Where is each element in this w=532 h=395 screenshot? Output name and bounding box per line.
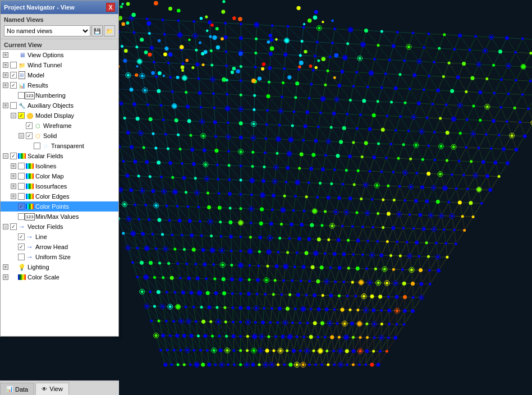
checkbox-model-display[interactable] bbox=[18, 112, 25, 119]
icon-model-display: 🟡 bbox=[25, 112, 34, 120]
expand-btn-arrow-head[interactable] bbox=[10, 243, 17, 251]
expand-btn-solid[interactable]: - bbox=[17, 132, 25, 140]
tree-container[interactable]: +🖥View Options+📁Wind Tunnel+⊞Model+📊Resu… bbox=[1, 50, 118, 336]
expand-btn-line[interactable] bbox=[10, 233, 17, 241]
expand-btn-results[interactable]: + bbox=[2, 81, 10, 89]
tree-item-color-map[interactable]: +Color Map bbox=[1, 171, 118, 181]
tree-item-isolines[interactable]: +Isolines bbox=[1, 161, 118, 171]
tree-item-view-options[interactable]: +🖥View Options bbox=[1, 50, 118, 60]
checkbox-color-edges[interactable] bbox=[18, 193, 25, 200]
checkbox-arrow-head[interactable] bbox=[18, 244, 25, 250]
save-view-button[interactable]: 💾 bbox=[91, 25, 103, 36]
checkbox-numbering[interactable] bbox=[18, 92, 25, 99]
expand-btn-color-scale[interactable]: + bbox=[2, 273, 10, 281]
tree-item-numbering[interactable]: 123Numbering bbox=[1, 90, 118, 100]
expand-btn-view-options[interactable]: + bbox=[2, 51, 10, 59]
data-tab-label: Data bbox=[15, 386, 28, 393]
expand-btn-color-points[interactable] bbox=[10, 203, 17, 210]
expand-btn-wind-tunnel[interactable]: + bbox=[2, 61, 10, 69]
panel-title-bar: Project Navigator - View X bbox=[1, 1, 118, 14]
checkbox-color-points[interactable] bbox=[18, 203, 25, 210]
label-color-points: Color Points bbox=[35, 203, 69, 210]
checkbox-isolines[interactable] bbox=[18, 163, 25, 169]
expand-btn-scalar-fields[interactable]: - bbox=[2, 152, 10, 160]
tree-item-transparent[interactable]: □Transparent bbox=[1, 141, 118, 151]
label-minmax-values: Min/Max Values bbox=[35, 213, 79, 220]
icon-results: 📊 bbox=[17, 81, 26, 89]
view-tab[interactable]: 👁 View bbox=[35, 383, 69, 395]
tree-item-auxiliary-objects[interactable]: +🔧Auxiliary Objects bbox=[1, 100, 118, 111]
tree-item-solid[interactable]: -⬡Solid bbox=[1, 131, 118, 141]
checkbox-uniform-size[interactable] bbox=[18, 254, 25, 260]
expand-btn-minmax-values[interactable] bbox=[10, 213, 17, 221]
expand-btn-lighting[interactable]: + bbox=[2, 263, 10, 271]
label-isosurfaces: Isosurfaces bbox=[35, 183, 67, 190]
tree-item-wind-tunnel[interactable]: +📁Wind Tunnel bbox=[1, 60, 118, 70]
named-views-label: Named Views bbox=[4, 16, 115, 23]
checkbox-wireframe[interactable] bbox=[26, 122, 33, 129]
tree-item-arrow-head[interactable]: →Arrow Head bbox=[1, 242, 118, 252]
icon-solid: ⬡ bbox=[33, 132, 42, 140]
expand-btn-color-edges[interactable]: + bbox=[10, 192, 17, 200]
named-views-select[interactable]: No named views bbox=[4, 25, 90, 36]
tree-item-scalar-fields[interactable]: -Scalar Fields bbox=[1, 151, 118, 161]
expand-btn-isosurfaces[interactable]: + bbox=[10, 182, 17, 190]
label-color-edges: Color Edges bbox=[35, 193, 70, 200]
tree-item-isosurfaces[interactable]: +Isosurfaces bbox=[1, 181, 118, 191]
expand-btn-vector-fields[interactable]: - bbox=[2, 223, 10, 231]
icon-uniform-size: → bbox=[25, 253, 34, 261]
icon-color-edges bbox=[25, 192, 34, 200]
load-view-button[interactable]: 📁 bbox=[104, 25, 115, 36]
current-view-label: Current View bbox=[1, 39, 118, 50]
checkbox-isosurfaces[interactable] bbox=[18, 183, 25, 190]
tree-item-color-edges[interactable]: +Color Edges bbox=[1, 191, 118, 201]
tree-item-color-points[interactable]: Color Points bbox=[1, 201, 118, 212]
checkbox-solid[interactable] bbox=[26, 132, 33, 139]
data-tab[interactable]: 📊 Data bbox=[0, 383, 34, 395]
expand-btn-numbering[interactable] bbox=[10, 91, 17, 99]
checkbox-vector-fields[interactable] bbox=[10, 223, 17, 230]
icon-transparent: □ bbox=[41, 142, 50, 150]
expand-btn-wireframe[interactable] bbox=[17, 122, 25, 130]
tree-item-vector-fields[interactable]: -→Vector Fields bbox=[1, 222, 118, 232]
bottom-tabs: 📊 Data 👁 View bbox=[0, 380, 119, 395]
tree-item-line[interactable]: →Line bbox=[1, 232, 118, 242]
checkbox-model[interactable] bbox=[10, 72, 17, 79]
checkbox-wind-tunnel[interactable] bbox=[10, 62, 17, 68]
label-model: Model bbox=[27, 72, 44, 79]
checkbox-line[interactable] bbox=[18, 233, 25, 240]
expand-btn-uniform-size[interactable] bbox=[10, 253, 17, 261]
expand-btn-transparent[interactable] bbox=[25, 142, 33, 150]
tree-item-color-scale[interactable]: +Color Scale bbox=[1, 272, 118, 282]
label-transparent: Transparent bbox=[51, 143, 84, 149]
expand-btn-model-display[interactable]: - bbox=[10, 112, 17, 120]
checkbox-results[interactable] bbox=[10, 82, 17, 89]
tree-item-results[interactable]: +📊Results bbox=[1, 80, 118, 90]
tree-item-model[interactable]: +⊞Model bbox=[1, 70, 118, 80]
icon-wind-tunnel: 📁 bbox=[17, 61, 26, 69]
label-numbering: Numbering bbox=[35, 92, 66, 99]
close-button[interactable]: X bbox=[106, 3, 115, 12]
icon-minmax-values: 123 bbox=[25, 213, 34, 221]
expand-btn-color-map[interactable]: + bbox=[10, 172, 17, 180]
tree-item-wireframe[interactable]: ⬡Wireframe bbox=[1, 121, 118, 131]
checkbox-minmax-values[interactable] bbox=[18, 213, 25, 220]
icon-auxiliary-objects: 🔧 bbox=[17, 102, 26, 109]
view-tab-label: View bbox=[49, 385, 63, 392]
icon-numbering: 123 bbox=[25, 91, 34, 99]
tree-item-lighting[interactable]: +💡Lighting bbox=[1, 262, 118, 272]
checkbox-transparent[interactable] bbox=[34, 143, 40, 149]
checkbox-scalar-fields[interactable] bbox=[10, 153, 17, 159]
expand-btn-isolines[interactable]: + bbox=[10, 162, 17, 170]
label-vector-fields: Vector Fields bbox=[27, 223, 63, 230]
checkbox-color-map[interactable] bbox=[18, 173, 25, 180]
expand-btn-auxiliary-objects[interactable]: + bbox=[2, 102, 10, 109]
tree-item-uniform-size[interactable]: →Uniform Size bbox=[1, 252, 118, 262]
tree-item-minmax-values[interactable]: 123Min/Max Values bbox=[1, 212, 118, 222]
expand-btn-model[interactable]: + bbox=[2, 71, 10, 79]
checkbox-auxiliary-objects[interactable] bbox=[10, 102, 17, 109]
panel-title: Project Navigator - View bbox=[4, 4, 75, 11]
tree-item-model-display[interactable]: -🟡Model Display bbox=[1, 111, 118, 121]
icon-vector-fields: → bbox=[17, 223, 26, 231]
label-uniform-size: Uniform Size bbox=[35, 254, 71, 260]
